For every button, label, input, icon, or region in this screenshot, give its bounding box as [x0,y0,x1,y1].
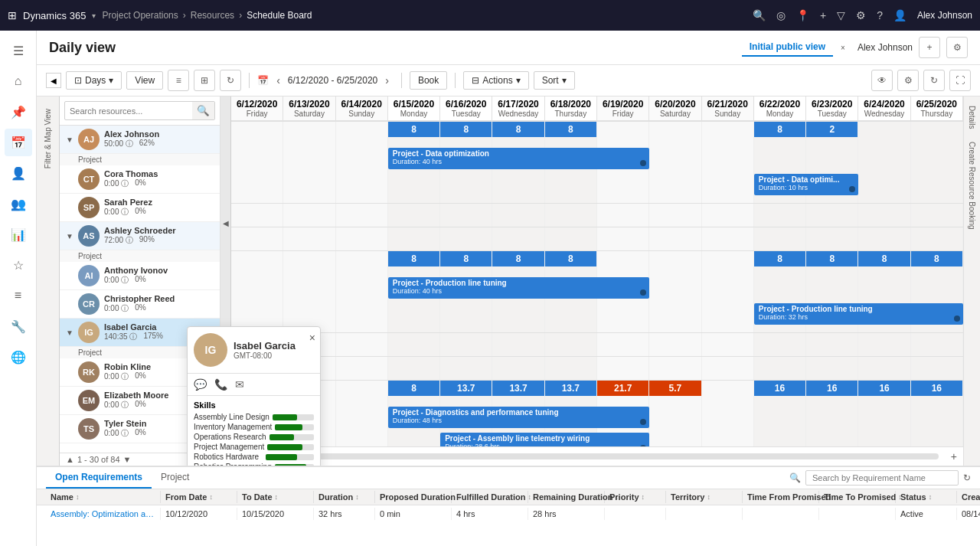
calendar-day-cell[interactable] [649,227,701,250]
eye-button[interactable]: 👁 [871,70,893,91]
resource-item[interactable]: CR Christopher Reed 0:00 ⓘ 0% [60,290,220,319]
th-time-from[interactable]: Time From Promised ↕ [743,491,819,503]
calendar-day-cell[interactable] [911,357,963,380]
view-button[interactable]: View [126,71,163,90]
calendar-day-cell[interactable] [388,333,440,356]
plus-icon[interactable]: + [820,9,826,21]
task-bar[interactable]: Project - Diagnostics and performance tu… [388,407,649,428]
calendar-day-cell[interactable] [336,333,388,356]
th-from-date[interactable]: From Date ↕ [161,491,237,503]
user-icon[interactable]: 👤 [893,9,906,21]
sidebar-wrench-icon[interactable]: 🔧 [5,312,32,340]
calendar-day-cell[interactable] [283,227,335,250]
days-button[interactable]: ⊡ Days ▾ [66,71,122,90]
calendar-day-cell[interactable]: 8 [492,251,544,274]
filter-map-view-toggle[interactable]: Filter & Map View [44,109,52,168]
calendar-day-cell[interactable] [806,333,858,356]
calendar-day-cell[interactable] [911,333,963,356]
calendar-day-cell[interactable] [388,357,440,380]
task-bar[interactable]: Project - Production line tuningDuration… [388,277,649,299]
task-bar[interactable]: Project - Data optimi...Duration: 10 hrs [754,174,859,195]
calendar-day-cell[interactable] [649,251,701,274]
th-proposed-duration[interactable]: Proposed Duration ↕ [375,491,452,503]
calendar-day-cell[interactable] [702,204,754,227]
calendar-day-cell[interactable] [806,227,858,250]
calendar-day-cell[interactable] [702,251,754,274]
calendar-day-cell[interactable]: 13.7 [492,381,544,404]
calendar-day-cell[interactable] [649,357,701,380]
requirement-search-input[interactable] [805,470,959,486]
calendar-day-cell[interactable]: 8 [388,251,440,274]
grid-view-button[interactable]: ⊞ [194,70,215,91]
location-icon[interactable]: 📍 [796,9,809,21]
nav-resources[interactable]: Resources [191,10,234,21]
filter-icon[interactable]: ▽ [837,9,845,21]
calendar-day-cell[interactable]: 8 [754,122,806,145]
calendar-day-cell[interactable] [702,357,754,380]
calendar-day-cell[interactable] [858,333,910,356]
expand-icon[interactable]: ▼ [66,136,74,144]
calendar-day-cell[interactable] [545,204,597,227]
resource-item[interactable]: SP Sarah Perez 0:00 ⓘ 0% [60,194,220,222]
calendar-day-cell[interactable]: 16 [858,381,910,404]
add-view-button[interactable]: + [919,37,940,58]
calendar-day-cell[interactable] [336,122,388,145]
calendar-day-cell[interactable] [336,251,388,274]
calendar-day-cell[interactable] [597,357,649,380]
help-icon[interactable]: ? [877,9,883,21]
sidebar-menu-icon[interactable]: ☰ [5,37,32,64]
task-bar[interactable]: Project - Data optimizationDuration: 40 … [388,148,649,169]
calendar-day-cell[interactable] [702,122,754,145]
calendar-day-cell[interactable] [702,333,754,356]
calendar-day-cell[interactable] [492,227,544,250]
calendar-day-cell[interactable] [388,227,440,250]
calendar-day-cell[interactable] [806,204,858,227]
th-remaining-duration[interactable]: Remaining Duration ↕ [528,491,605,503]
calendar-day-cell[interactable] [597,122,649,145]
zoom-in-button[interactable]: + [951,450,957,463]
th-created-on[interactable]: Created On ↑ [957,491,980,503]
calendar-day-cell[interactable] [858,357,910,380]
calendar-day-cell[interactable]: 13.7 [545,381,597,404]
task-bar[interactable]: Project - Assembly line telemetry wiring… [440,433,649,446]
prev-date-button[interactable]: ‹ [272,73,285,88]
calendar-day-cell[interactable]: 8 [388,122,440,145]
sidebar-star-icon[interactable]: ☆ [5,251,32,279]
calendar-day-cell[interactable] [440,333,492,356]
calendar-day-cell[interactable] [492,204,544,227]
book-button[interactable]: Book [410,71,447,90]
calendar-day-cell[interactable] [754,333,806,356]
resource-item[interactable]: AI Anthony Ivonov 0:00 ⓘ 0% [60,262,220,290]
calendar-day-cell[interactable] [649,122,701,145]
calendar-day-cell[interactable] [911,204,963,227]
sidebar-person-icon[interactable]: 👤 [5,159,32,187]
calendar-day-cell[interactable] [597,333,649,356]
search-icon[interactable]: 🔍 [753,9,766,21]
calendar-day-cell[interactable] [388,204,440,227]
refresh2-button[interactable]: ↻ [923,70,945,91]
sidebar-pin-icon[interactable]: 📌 [5,98,32,126]
sidebar-group-icon[interactable]: 👥 [5,190,32,217]
tab-initial-public-view[interactable]: Initial public view [742,38,833,57]
calendar-day-cell[interactable] [336,381,388,404]
calendar-day-cell[interactable]: 2 [806,122,858,145]
target-icon[interactable]: ◎ [776,9,786,21]
calendar-day-cell[interactable] [492,357,544,380]
sidebar-chart-icon[interactable]: 📊 [5,221,32,248]
calendar-day-cell[interactable] [545,227,597,250]
calendar-day-cell[interactable] [336,227,388,250]
settings-icon[interactable]: ⚙ [856,9,866,21]
calendar-day-cell[interactable] [283,251,335,274]
th-time-to[interactable]: Time To Promised ↕ [819,491,896,503]
calendar-day-cell[interactable]: 16 [754,381,806,404]
collapse-panel-button[interactable]: ◀ [46,73,61,88]
th-to-date[interactable]: To Date ↕ [237,491,314,503]
view-settings-button[interactable]: ⚙ [946,37,968,58]
popup-email-icon[interactable]: ✉ [235,378,244,391]
refresh-button[interactable]: ↻ [220,70,241,91]
calendar-day-cell[interactable] [597,204,649,227]
pg-down-button[interactable]: ▼ [123,455,132,464]
fullscreen-button[interactable]: ⛶ [949,70,971,91]
calendar-day-cell[interactable] [858,204,910,227]
calendar-day-cell[interactable] [597,227,649,250]
